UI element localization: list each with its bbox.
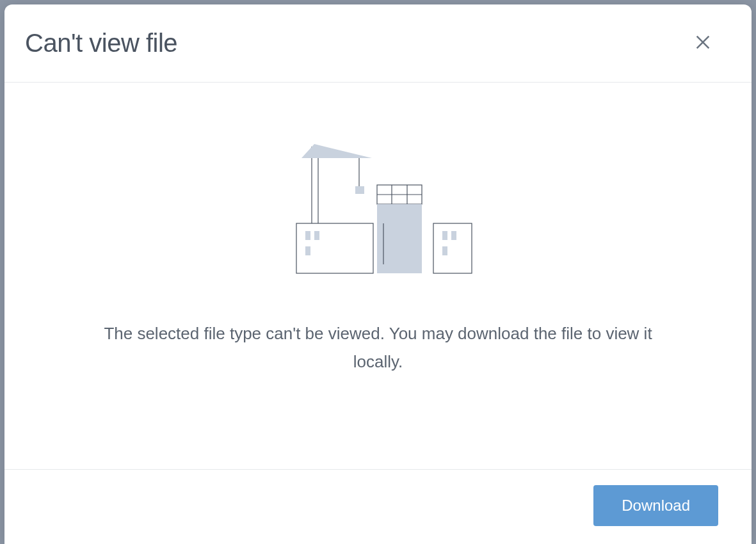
modal-header: Can't view file	[4, 4, 752, 83]
svg-rect-8	[305, 231, 310, 240]
svg-rect-6	[355, 186, 364, 194]
close-button[interactable]	[690, 29, 716, 57]
close-icon	[694, 33, 712, 53]
svg-marker-4	[302, 144, 372, 158]
download-button[interactable]: Download	[593, 485, 718, 526]
modal-message: The selected file type can't be viewed. …	[84, 319, 673, 376]
svg-rect-19	[451, 231, 456, 240]
modal-title: Can't view file	[25, 29, 177, 58]
svg-rect-10	[305, 246, 310, 255]
svg-rect-17	[433, 223, 472, 273]
svg-rect-18	[442, 231, 447, 240]
modal-body: The selected file type can't be viewed. …	[4, 83, 752, 470]
cant-view-file-modal: Can't view file	[4, 4, 752, 544]
modal-footer: Download	[4, 470, 752, 544]
svg-rect-20	[442, 246, 447, 255]
construction-illustration-icon	[282, 140, 474, 275]
svg-rect-9	[314, 231, 319, 240]
